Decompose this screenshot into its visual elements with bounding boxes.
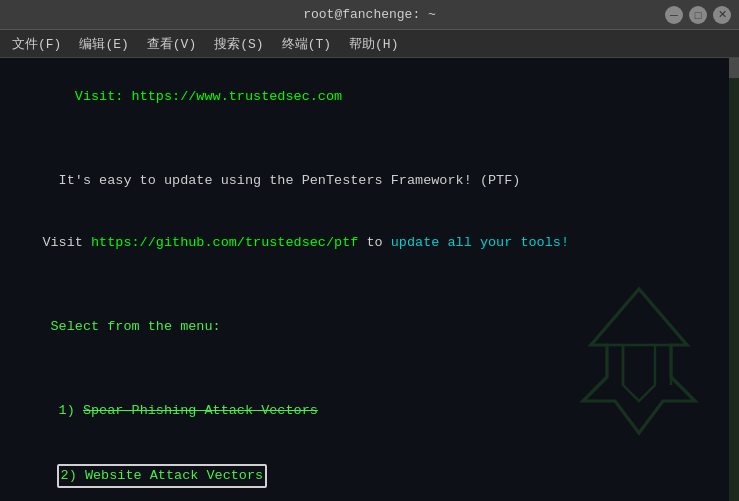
empty-line-1 xyxy=(10,129,729,150)
update-line-1: It's easy to update using the PenTesters… xyxy=(10,150,729,213)
menu-item-terminal[interactable]: 终端(T) xyxy=(274,32,339,56)
menu-item-2: 2) Website Attack Vectors xyxy=(10,443,729,501)
visit-url: https://www.trustedsec.com xyxy=(132,89,343,104)
title-bar: root@fanchenge: ~ ─ □ ✕ xyxy=(0,0,739,30)
kali-logo xyxy=(559,281,719,441)
scrollbar[interactable] xyxy=(729,58,739,501)
menu-item-edit[interactable]: 编辑(E) xyxy=(71,32,136,56)
close-button[interactable]: ✕ xyxy=(713,6,731,24)
menu-item-help[interactable]: 帮助(H) xyxy=(341,32,406,56)
minimize-button[interactable]: ─ xyxy=(665,6,683,24)
scrollbar-thumb[interactable] xyxy=(729,58,739,78)
menu-item-file[interactable]: 文件(F) xyxy=(4,32,69,56)
menu-item-search[interactable]: 搜索(S) xyxy=(206,32,271,56)
update-line-2: Visit https://github.com/trustedsec/ptf … xyxy=(10,212,729,275)
window-controls: ─ □ ✕ xyxy=(665,6,731,24)
visit-label: Visit: xyxy=(42,89,131,104)
menu-item-view[interactable]: 查看(V) xyxy=(139,32,204,56)
menu-bar: 文件(F)编辑(E)查看(V)搜索(S)终端(T)帮助(H) xyxy=(0,30,739,58)
maximize-button[interactable]: □ xyxy=(689,6,707,24)
visit-line: Visit: https://www.trustedsec.com xyxy=(10,66,729,129)
window-title: root@fanchenge: ~ xyxy=(303,7,436,22)
terminal-window: Visit: https://www.trustedsec.com It's e… xyxy=(0,58,739,501)
